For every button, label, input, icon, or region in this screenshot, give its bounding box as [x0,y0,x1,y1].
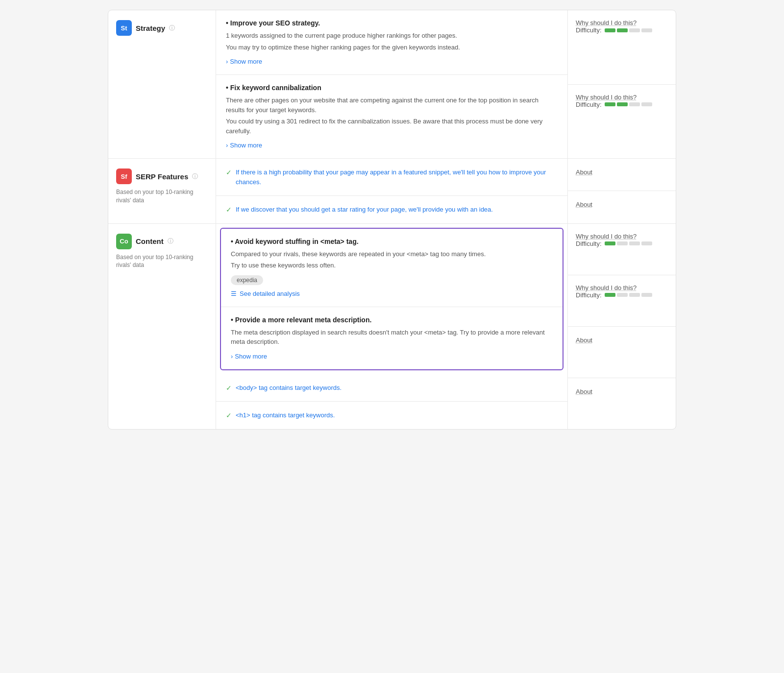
strategy-item-1-text-2: You may try to optimize these higher ran… [226,43,558,52]
content-info-icon[interactable]: ⓘ [168,237,173,245]
content-highlight-block: • Avoid keyword stuffing in <meta> tag. … [220,228,564,370]
chevron-right-icon: › [231,353,233,360]
see-analysis-label: See detailed analysis [240,290,300,297]
content-right-2: Why should I do this? Difficulty: [568,275,676,327]
strategy-why-2[interactable]: Why should I do this? [576,94,668,101]
content-difficulty-1: Difficulty: [576,240,668,247]
show-more-label-2: Show more [235,353,267,360]
difficulty-label-c1: Difficulty: [576,240,602,247]
content-right: Why should I do this? Difficulty: Why sh… [568,224,676,429]
difficulty-label-2: Difficulty: [576,101,602,108]
strategy-badge: St [116,20,132,36]
show-more-label: Show more [230,58,262,65]
serp-right-2: About [568,191,676,223]
bar-c3 [629,241,640,245]
content-check-2: ✓ <h1> tag contains target keywords. [216,402,567,429]
serp-about-2[interactable]: About [576,201,592,208]
bar-c24 [641,293,652,297]
strategy-why-1[interactable]: Why should I do this? [576,19,668,26]
chevron-right-icon: › [226,142,228,149]
strategy-item-1-show-more[interactable]: › Show more [226,58,262,65]
content-item-1-text-1: Compared to your rivals, these keywords … [231,249,553,259]
bar-c4 [641,241,652,245]
strategy-section: St Strategy ⓘ • Improve your SEO strateg… [108,10,676,159]
serp-info-icon[interactable]: ⓘ [192,172,198,181]
bar-3 [629,28,640,32]
bar-c21 [605,293,615,297]
strategy-item-2: • Fix keyword cannibalization There are … [216,75,567,158]
serp-label: Sf SERP Features ⓘ Based on your top 10-… [108,159,216,223]
strategy-label: St Strategy ⓘ [108,10,216,158]
content-keyword-tag: expedia [231,272,553,287]
content-right-4: About [568,378,676,429]
content-check-1-text[interactable]: <body> tag contains target keywords. [236,383,342,393]
content-difficulty-2: Difficulty: [576,291,668,299]
serp-check-1: ✓ If there is a high probability that yo… [216,159,567,196]
strategy-difficulty-2: Difficulty: [576,101,668,108]
serp-subtitle: Based on your top 10-ranking rivals' dat… [116,188,208,205]
strategy-title: Strategy [136,24,165,32]
content-title: Content [136,237,164,245]
bar-4 [641,28,652,32]
bar-c23 [629,293,640,297]
difficulty-label-c2: Difficulty: [576,291,602,299]
difficulty-bars-1 [605,28,652,32]
content-main: • Avoid keyword stuffing in <meta> tag. … [216,224,568,429]
show-more-label: Show more [230,142,262,149]
bar-4 [641,102,652,106]
content-item-2-show-more[interactable]: › Show more [231,353,267,360]
check-icon-3: ✓ [226,384,232,392]
content-check-2-text[interactable]: <h1> tag contains target keywords. [236,410,335,420]
analysis-icon: ☰ [231,290,237,297]
strategy-right-2: Why should I do this? Difficulty: [568,85,676,159]
strategy-item-2-text-2: You could try using a 301 redirect to fi… [226,117,558,136]
see-analysis-link[interactable]: ☰ See detailed analysis [231,290,300,297]
content-item-1: • Avoid keyword stuffing in <meta> tag. … [221,229,563,307]
difficulty-bars-c1 [605,241,652,245]
content-header: Co Content ⓘ [116,234,208,249]
serp-check-2-text[interactable]: If we discover that you should get a sta… [236,205,493,215]
check-icon-4: ✓ [226,411,232,419]
check-icon-2: ✓ [226,206,232,214]
content-item-2-title: • Provide a more relevant meta descripti… [231,316,553,324]
expedia-tag[interactable]: expedia [231,275,263,285]
content-why-1[interactable]: Why should I do this? [576,233,668,240]
strategy-item-2-text-1: There are other pages on your website th… [226,96,558,115]
content-right-1: Why should I do this? Difficulty: [568,224,676,275]
serp-right-1: About [568,159,676,191]
content-subtitle: Based on your top 10-ranking rivals' dat… [116,253,208,270]
bar-2 [617,28,628,32]
serp-header: Sf SERP Features ⓘ [116,168,208,184]
content-badge: Co [116,234,132,249]
serp-check-2: ✓ If we discover that you should get a s… [216,196,567,223]
strategy-header: St Strategy ⓘ [116,20,208,36]
strategy-item-1: • Improve your SEO strategy. 1 keywords … [216,10,567,75]
strategy-item-2-show-more[interactable]: › Show more [226,142,262,149]
strategy-difficulty-1: Difficulty: [576,26,668,34]
content-why-2[interactable]: Why should I do this? [576,284,668,291]
content-section: Co Content ⓘ Based on your top 10-rankin… [108,224,676,429]
serp-check-1-text[interactable]: If there is a high probability that your… [236,168,558,187]
bar-1 [605,102,615,106]
main-container: St Strategy ⓘ • Improve your SEO strateg… [108,10,676,430]
strategy-right-1: Why should I do this? Difficulty: [568,10,676,85]
content-label: Co Content ⓘ Based on your top 10-rankin… [108,224,216,429]
strategy-info-icon[interactable]: ⓘ [169,24,175,32]
serp-about-1[interactable]: About [576,168,592,176]
content-item-1-text-2: Try to use these keywords less often. [231,261,553,270]
content-right-3: About [568,327,676,378]
strategy-item-1-text-1: 1 keywords assigned to the current page … [226,31,558,41]
content-item-1-title: • Avoid keyword stuffing in <meta> tag. [231,238,553,245]
difficulty-bars-2 [605,102,652,106]
content-item-2: • Provide a more relevant meta descripti… [221,307,563,369]
content-about-2[interactable]: About [576,388,592,395]
content-item-2-text-1: The meta description displayed in search… [231,328,553,347]
serp-section: Sf SERP Features ⓘ Based on your top 10-… [108,159,676,224]
serp-content: ✓ If there is a high probability that yo… [216,159,568,223]
content-about-1[interactable]: About [576,336,592,344]
chevron-right-icon: › [226,58,228,65]
bar-1 [605,28,615,32]
bar-3 [629,102,640,106]
content-check-1: ✓ <body> tag contains target keywords. [216,374,567,402]
bar-c2 [617,241,628,245]
